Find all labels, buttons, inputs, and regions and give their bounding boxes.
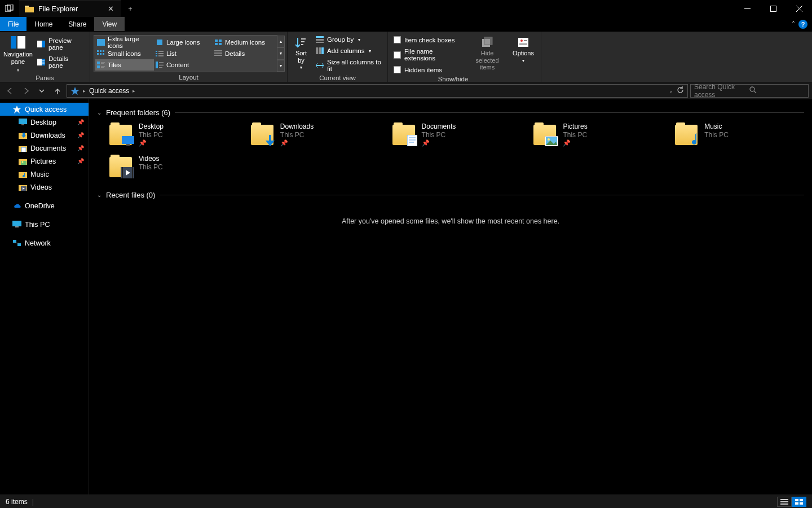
back-button[interactable] [3,84,17,98]
sidebar-item-label: Downloads [30,132,65,139]
preview-pane-button[interactable]: Preview pane [35,36,86,52]
sidebar-item-documents[interactable]: Documents 📌 [0,142,89,155]
recent-files-empty: After you've opened some files, we'll sh… [97,205,804,238]
layout-gallery[interactable]: Extra large icons Large icons Medium ico… [94,35,277,72]
new-tab-button[interactable]: ＋ [121,4,140,14]
add-columns-button[interactable]: Add columns▾ [314,46,384,55]
recent-locations-button[interactable] [35,84,48,98]
tab-close-icon[interactable]: ✕ [106,5,115,13]
details-pane-icon [37,59,45,65]
sidebar-item-this-pc[interactable]: This PC [0,218,89,231]
sort-by-button[interactable]: Sort by ▾ [291,34,311,73]
chevron-right-icon[interactable]: ▸ [133,88,135,94]
collapse-ribbon-icon[interactable]: ˄ [792,20,795,28]
svg-rect-45 [159,65,164,66]
item-checkboxes-toggle[interactable]: Item check boxes [391,35,465,45]
search-input[interactable]: Search Quick access [690,84,809,98]
svg-rect-84 [13,240,16,243]
svg-rect-5 [770,6,776,11]
folder-item[interactable]: Documents This PC 📌 [391,122,522,147]
layout-content[interactable]: Content [154,59,213,71]
svg-rect-48 [301,38,306,40]
svg-rect-24 [97,53,99,55]
sidebar-item-downloads[interactable]: Downloads 📌 [0,129,89,142]
svg-rect-44 [159,64,164,64]
sidebar-item-music[interactable]: Music [0,168,89,181]
tab-view[interactable]: View [94,17,125,31]
navigation-pane-button[interactable]: Navigation pane ▾ [3,34,33,73]
size-all-columns-button[interactable]: Size all columns to fit [314,58,384,73]
layout-small[interactable]: Small icons [95,48,154,59]
view-details-button[interactable] [777,497,792,507]
folder-item[interactable]: Music This PC [674,122,804,147]
chevron-right-icon[interactable]: ▸ [83,88,86,94]
window-tab[interactable]: File Explorer ✕ [19,0,121,17]
pin-icon: 📌 [77,145,84,151]
section-recent-files[interactable]: ⌄ Recent files (0) [97,191,804,199]
folder-item[interactable]: Pictures This PC 📌 [532,122,663,147]
details-pane-button[interactable]: Details pane [35,54,86,70]
svg-rect-103 [780,501,788,502]
svg-rect-85 [17,243,21,246]
layout-scroll[interactable]: ▴▾▾ [277,36,285,72]
address-root-icon[interactable] [68,87,82,95]
sidebar-item-desktop[interactable]: Desktop 📌 [0,116,89,129]
address-bar[interactable]: ▸ Quick access ▸ ⌄ [67,84,688,98]
layout-large[interactable]: Large icons [154,37,213,48]
svg-rect-40 [101,66,105,67]
maximize-button[interactable] [760,0,786,17]
sidebar-item-label: Desktop [30,119,56,126]
layout-list[interactable]: List [154,48,213,59]
hide-selected-label: Hide selected items [471,50,504,71]
folder-icon [532,122,557,145]
nav-row: ▸ Quick access ▸ ⌄ Search Quick access [0,82,812,99]
sidebar-item-label: Documents [30,144,66,152]
folder-icon [108,155,133,177]
layout-tiles[interactable]: Tiles [95,59,154,71]
folder-icon [674,122,699,145]
tab-share[interactable]: Share [60,17,94,31]
close-button[interactable] [786,0,812,17]
sidebar-item-quick-access[interactable]: Quick access [0,103,89,116]
navigation-tree: Quick access Desktop 📌 Downloads 📌 Docum… [0,99,89,494]
sidebar-item-pictures[interactable]: Pictures 📌 [0,155,89,168]
section-frequent-folders[interactable]: ⌄ Frequent folders (6) [97,108,804,117]
sidebar-item-network[interactable]: Network [0,237,89,249]
hide-selected-button[interactable]: Hide selected items [467,34,507,75]
file-extensions-toggle[interactable]: File name extensions [391,47,465,63]
ribbon: Navigation pane ▾ Preview pane Details p… [0,32,812,82]
hidden-items-toggle[interactable]: Hidden items [391,65,465,75]
up-button[interactable] [51,84,64,98]
layout-extra-large[interactable]: Extra large icons [95,37,154,48]
search-placeholder: Search Quick access [694,83,749,99]
folder-item[interactable]: Videos This PC [108,155,239,177]
svg-rect-42 [156,62,158,68]
refresh-icon[interactable] [677,86,684,95]
minimize-button[interactable] [734,0,760,17]
folder-item[interactable]: Desktop This PC 📌 [108,122,239,147]
section-title: Frequent folders (6) [106,108,170,117]
forward-button[interactable] [19,84,33,98]
view-tiles-button[interactable] [792,497,806,507]
svg-rect-30 [158,51,164,52]
address-dropdown-icon[interactable]: ⌄ [669,88,673,94]
group-by-button[interactable]: Group by▾ [314,35,384,44]
tab-file[interactable]: File [0,17,27,31]
svg-rect-104 [780,503,788,505]
svg-rect-107 [795,502,798,505]
address-segment[interactable]: Quick access [87,87,131,95]
options-button[interactable]: Options ▾ [509,34,537,75]
folder-name: Desktop [139,122,164,130]
sidebar-item-onedrive[interactable]: OneDrive [0,199,89,212]
folder-item[interactable]: Downloads This PC 📌 [250,122,380,147]
layout-details[interactable]: Details [213,48,271,59]
folder-location: This PC [704,131,729,139]
layout-medium[interactable]: Medium icons [213,37,271,48]
pin-icon: 📌 [422,139,456,147]
help-icon[interactable]: ? [798,20,807,29]
downloads-icon [18,131,27,140]
multitask-icon[interactable] [0,5,19,12]
sidebar-item-videos[interactable]: Videos [0,181,89,194]
tab-home[interactable]: Home [27,17,60,31]
network-icon [12,239,21,248]
